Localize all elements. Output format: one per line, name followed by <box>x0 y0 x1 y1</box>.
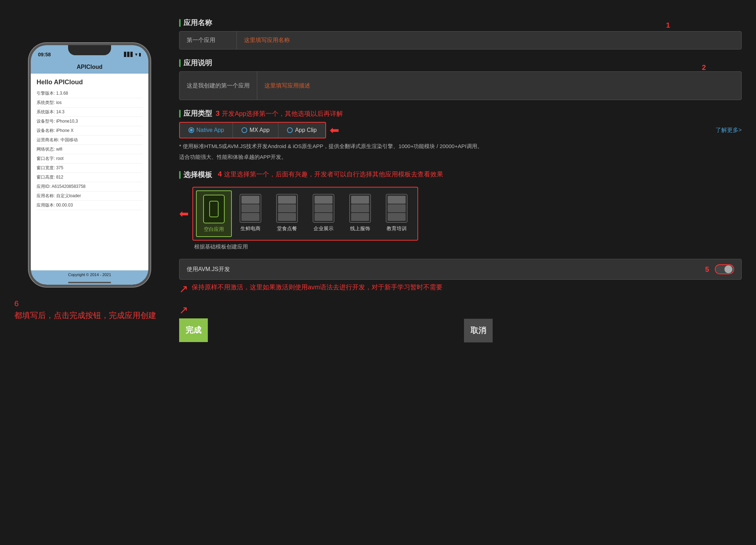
list-item: 应用名称: 自定义loader <box>37 191 143 201</box>
app-name-placeholder[interactable]: 这里填写应用名称 <box>237 32 741 49</box>
template-label-enterprise: 企业展示 <box>314 226 334 232</box>
app-type-section: 应用类型 3 开发App选择第一个，其他选项以后再详解 Native App M… <box>179 109 742 161</box>
left-panel: 09:58 ▋▋▋ ▾ ▮ APICloud Hello APICloud 引擎… <box>14 14 165 531</box>
annotation-4-num: 4 <box>218 170 222 178</box>
annotation-4-text: 这里选择第一个，后面有兴趣，开发者可以自行选择其他应用模板去查看效果 <box>224 170 443 179</box>
phone-frame: 09:58 ▋▋▋ ▾ ▮ APICloud Hello APICloud 引擎… <box>29 43 150 287</box>
template-label: 选择模板 <box>179 170 212 180</box>
template-label-blank: 空白应用 <box>204 226 224 233</box>
button-complete-wrap: ↗ 完成 <box>179 304 457 342</box>
annotation-6-text: 都填写后，点击完成按钮，完成应用创建 <box>14 309 165 321</box>
battery-icon: ▮ <box>139 52 141 57</box>
app-name-input-row[interactable]: 第一个应用 这里填写应用名称 <box>179 31 742 49</box>
app-type-label: 应用类型 <box>179 109 212 118</box>
app-desc-prefix: 这是我创建的第一个应用 <box>180 72 257 100</box>
learn-more-link[interactable]: 了解更多> <box>716 127 742 134</box>
arrow-avm: ↗ <box>179 283 188 295</box>
template-icon-enterprise <box>313 194 334 223</box>
phone-footer: Copyright © 2014 - 2021 <box>31 270 148 279</box>
avm-row: 使用AVM.JS开发 5 <box>179 259 742 280</box>
list-item: 设备型号: iPhone10,3 <box>37 117 143 126</box>
list-item: 窗口名字: root <box>37 154 143 164</box>
right-panel: 应用名称 1 第一个应用 这里填写应用名称 应用说明 2 这是我创建的第一个应用… <box>179 14 742 531</box>
toggle-knob <box>724 265 732 273</box>
list-item: 运营商名称: 中国移动 <box>37 136 143 145</box>
app-name-prefix: 第一个应用 <box>180 32 237 49</box>
template-section: 选择模板 4 这里选择第一个，后面有兴趣，开发者可以自行选择其他应用模板去查看效… <box>179 170 742 250</box>
app-desc-section: 应用说明 2 这是我创建的第一个应用 这里填写应用描述 <box>179 58 742 100</box>
template-icon-education <box>386 194 407 223</box>
annotation-3-num: 3 <box>216 109 220 118</box>
svg-rect-0 <box>210 201 218 217</box>
phone-status-icons: ▋▋▋ ▾ ▮ <box>124 52 141 57</box>
list-item: 系统版本: 14.3 <box>37 108 143 117</box>
template-icon-fresh <box>240 194 261 223</box>
radio-native-label: Native App <box>196 127 224 133</box>
annotation-6-num: 6 <box>14 298 165 309</box>
phone-greeting: Hello APICloud <box>37 79 143 86</box>
template-item-blank[interactable]: 空白应用 <box>196 190 232 237</box>
annotation-2-num: 2 <box>702 63 706 72</box>
avm-label: 使用AVM.JS开发 <box>187 266 705 273</box>
annotation-3-text: 开发App选择第一个，其他选项以后再详解 <box>222 109 343 118</box>
app-type-radio-group[interactable]: Native App MX App App Clip <box>179 122 326 138</box>
radio-clip-label: App Clip <box>295 127 316 133</box>
annotation-1-num: 1 <box>666 21 670 29</box>
list-item: 应用版本: 00.00.03 <box>37 201 143 210</box>
radio-mx-label: MX App <box>249 127 269 133</box>
list-item: 网络状态: wifi <box>37 145 143 154</box>
app-desc-label: 应用说明 <box>179 58 742 68</box>
app-type-desc2: 适合功能强大、性能和体验卓越的APP开发。 <box>179 153 742 161</box>
list-item: 引擎版本: 1.3.68 <box>37 89 143 98</box>
template-item-fashion[interactable]: 线上服饰 <box>342 190 378 237</box>
template-label-education: 教育培训 <box>387 226 407 232</box>
template-icon-fashion <box>349 194 371 223</box>
app-desc-input-row[interactable]: 这是我创建的第一个应用 这里填写应用描述 <box>179 71 742 100</box>
template-item-education[interactable]: 教育培训 <box>379 190 415 237</box>
cancel-button[interactable]: 取消 <box>464 319 493 342</box>
app-type-desc1: * 使用标准HTML5或AVM.JS技术开发Android & iOS原生APP… <box>179 142 742 151</box>
app-desc-placeholder[interactable]: 这里填写应用描述 <box>257 72 741 100</box>
list-item: 系统类型: ios <box>37 98 143 108</box>
wifi-icon: ▾ <box>135 52 137 57</box>
complete-button[interactable]: 完成 <box>179 318 208 342</box>
radio-native-dot <box>188 127 194 133</box>
template-item-enterprise[interactable]: 企业展示 <box>306 190 341 237</box>
arrow-complete: ↗ <box>179 304 188 316</box>
radio-native-app[interactable]: Native App <box>180 123 233 138</box>
button-cancel-wrap: 取消 <box>464 304 742 342</box>
annotation-5-text: 保持原样不用激活，这里如果激活则使用avm语法去进行开发，对于新手学习暂时不需要 <box>192 283 442 292</box>
list-item: 窗口宽度: 375 <box>37 164 143 173</box>
phone-info-list: 引擎版本: 1.3.68 系统类型: ios 系统版本: 14.3 设备型号: … <box>37 89 143 210</box>
template-label-fashion: 线上服饰 <box>350 226 370 232</box>
template-item-restaurant[interactable]: 堂食点餐 <box>269 190 305 237</box>
arrow-template: ⬅ <box>179 207 189 221</box>
template-scroll[interactable]: 空白应用 生鲜电商 <box>192 187 418 241</box>
template-icon-restaurant <box>276 194 298 223</box>
template-label-restaurant: 堂食点餐 <box>277 226 297 232</box>
radio-mx-dot <box>241 127 247 133</box>
list-item: 设备名称: iPhone X <box>37 126 143 136</box>
app-name-form: 1 第一个应用 这里填写应用名称 <box>179 31 742 49</box>
app-name-label: 应用名称 <box>179 18 742 28</box>
list-item: 窗口高度: 812 <box>37 173 143 182</box>
phone-app-title: APICloud <box>31 61 148 74</box>
signal-icon: ▋▋▋ <box>124 52 134 57</box>
app-name-section: 应用名称 1 第一个应用 这里填写应用名称 <box>179 18 742 49</box>
list-item: 应用ID: A6154208583758 <box>37 182 143 191</box>
phone-mockup: 09:58 ▋▋▋ ▾ ▮ APICloud Hello APICloud 引擎… <box>29 43 150 287</box>
radio-mx-app[interactable]: MX App <box>233 123 278 138</box>
phone-screen: 09:58 ▋▋▋ ▾ ▮ APICloud Hello APICloud 引擎… <box>31 45 148 285</box>
template-footer-note: 根据基础模板创建应用 <box>179 243 742 250</box>
template-label-fresh: 生鲜电商 <box>240 226 260 232</box>
annotation-5-num: 5 <box>705 265 709 274</box>
button-section: ↗ 完成 取消 <box>179 304 742 342</box>
phone-time: 09:58 <box>38 52 51 57</box>
avm-section: 使用AVM.JS开发 5 ↗ 保持原样不用激活，这里如果激活则使用avm语法去进… <box>179 259 742 295</box>
avm-toggle[interactable] <box>715 264 734 274</box>
template-left: 选择模板 <box>179 170 212 183</box>
radio-app-clip[interactable]: App Clip <box>278 123 325 138</box>
phone-content: Hello APICloud 引擎版本: 1.3.68 系统类型: ios 系统… <box>31 74 148 270</box>
arrow-type: ⬅ <box>330 123 339 137</box>
template-item-fresh[interactable]: 生鲜电商 <box>233 190 268 237</box>
